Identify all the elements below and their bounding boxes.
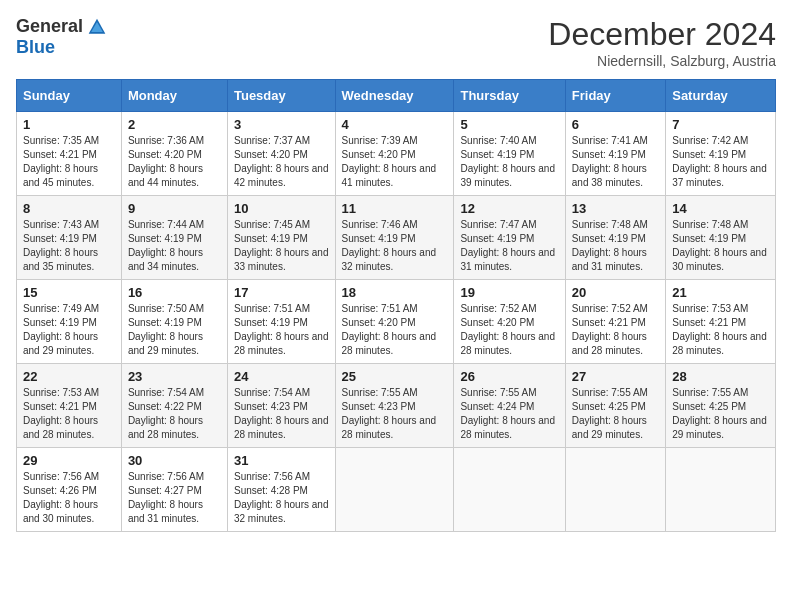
day-info: Sunrise: 7:55 AMSunset: 4:23 PMDaylight:… bbox=[342, 387, 437, 440]
location-subtitle: Niedernsill, Salzburg, Austria bbox=[548, 53, 776, 69]
logo-icon bbox=[87, 17, 107, 37]
day-info: Sunrise: 7:44 AMSunset: 4:19 PMDaylight:… bbox=[128, 219, 204, 272]
day-info: Sunrise: 7:48 AMSunset: 4:19 PMDaylight:… bbox=[672, 219, 767, 272]
calendar-cell: 24 Sunrise: 7:54 AMSunset: 4:23 PMDaylig… bbox=[227, 364, 335, 448]
day-number: 12 bbox=[460, 201, 558, 216]
day-info: Sunrise: 7:52 AMSunset: 4:20 PMDaylight:… bbox=[460, 303, 555, 356]
column-header-sunday: Sunday bbox=[17, 80, 122, 112]
page-header: General Blue December 2024 Niedernsill, … bbox=[16, 16, 776, 69]
column-header-thursday: Thursday bbox=[454, 80, 565, 112]
day-number: 13 bbox=[572, 201, 659, 216]
calendar-cell: 17 Sunrise: 7:51 AMSunset: 4:19 PMDaylig… bbox=[227, 280, 335, 364]
column-header-wednesday: Wednesday bbox=[335, 80, 454, 112]
day-info: Sunrise: 7:41 AMSunset: 4:19 PMDaylight:… bbox=[572, 135, 648, 188]
day-number: 31 bbox=[234, 453, 329, 468]
calendar-cell: 29 Sunrise: 7:56 AMSunset: 4:26 PMDaylig… bbox=[17, 448, 122, 532]
day-number: 14 bbox=[672, 201, 769, 216]
day-number: 16 bbox=[128, 285, 221, 300]
day-number: 3 bbox=[234, 117, 329, 132]
day-number: 8 bbox=[23, 201, 115, 216]
day-number: 10 bbox=[234, 201, 329, 216]
calendar-cell: 10 Sunrise: 7:45 AMSunset: 4:19 PMDaylig… bbox=[227, 196, 335, 280]
day-info: Sunrise: 7:46 AMSunset: 4:19 PMDaylight:… bbox=[342, 219, 437, 272]
day-info: Sunrise: 7:56 AMSunset: 4:27 PMDaylight:… bbox=[128, 471, 204, 524]
day-info: Sunrise: 7:42 AMSunset: 4:19 PMDaylight:… bbox=[672, 135, 767, 188]
day-info: Sunrise: 7:54 AMSunset: 4:23 PMDaylight:… bbox=[234, 387, 329, 440]
day-number: 18 bbox=[342, 285, 448, 300]
day-number: 11 bbox=[342, 201, 448, 216]
calendar-cell: 7 Sunrise: 7:42 AMSunset: 4:19 PMDayligh… bbox=[666, 112, 776, 196]
day-number: 20 bbox=[572, 285, 659, 300]
calendar-week-2: 8 Sunrise: 7:43 AMSunset: 4:19 PMDayligh… bbox=[17, 196, 776, 280]
day-number: 29 bbox=[23, 453, 115, 468]
day-info: Sunrise: 7:47 AMSunset: 4:19 PMDaylight:… bbox=[460, 219, 555, 272]
day-number: 15 bbox=[23, 285, 115, 300]
column-header-saturday: Saturday bbox=[666, 80, 776, 112]
day-info: Sunrise: 7:43 AMSunset: 4:19 PMDaylight:… bbox=[23, 219, 99, 272]
day-info: Sunrise: 7:54 AMSunset: 4:22 PMDaylight:… bbox=[128, 387, 204, 440]
day-info: Sunrise: 7:39 AMSunset: 4:20 PMDaylight:… bbox=[342, 135, 437, 188]
calendar-cell: 12 Sunrise: 7:47 AMSunset: 4:19 PMDaylig… bbox=[454, 196, 565, 280]
calendar-cell: 20 Sunrise: 7:52 AMSunset: 4:21 PMDaylig… bbox=[565, 280, 665, 364]
calendar-week-3: 15 Sunrise: 7:49 AMSunset: 4:19 PMDaylig… bbox=[17, 280, 776, 364]
day-info: Sunrise: 7:53 AMSunset: 4:21 PMDaylight:… bbox=[23, 387, 99, 440]
calendar-cell: 15 Sunrise: 7:49 AMSunset: 4:19 PMDaylig… bbox=[17, 280, 122, 364]
calendar-cell: 1 Sunrise: 7:35 AMSunset: 4:21 PMDayligh… bbox=[17, 112, 122, 196]
calendar-cell: 13 Sunrise: 7:48 AMSunset: 4:19 PMDaylig… bbox=[565, 196, 665, 280]
day-number: 5 bbox=[460, 117, 558, 132]
logo-general-text: General bbox=[16, 16, 83, 37]
calendar-cell: 18 Sunrise: 7:51 AMSunset: 4:20 PMDaylig… bbox=[335, 280, 454, 364]
day-number: 7 bbox=[672, 117, 769, 132]
calendar-week-4: 22 Sunrise: 7:53 AMSunset: 4:21 PMDaylig… bbox=[17, 364, 776, 448]
day-number: 22 bbox=[23, 369, 115, 384]
calendar-week-1: 1 Sunrise: 7:35 AMSunset: 4:21 PMDayligh… bbox=[17, 112, 776, 196]
day-number: 6 bbox=[572, 117, 659, 132]
calendar-cell: 14 Sunrise: 7:48 AMSunset: 4:19 PMDaylig… bbox=[666, 196, 776, 280]
day-number: 23 bbox=[128, 369, 221, 384]
day-number: 1 bbox=[23, 117, 115, 132]
day-number: 9 bbox=[128, 201, 221, 216]
day-info: Sunrise: 7:51 AMSunset: 4:20 PMDaylight:… bbox=[342, 303, 437, 356]
calendar-week-5: 29 Sunrise: 7:56 AMSunset: 4:26 PMDaylig… bbox=[17, 448, 776, 532]
day-number: 27 bbox=[572, 369, 659, 384]
day-number: 21 bbox=[672, 285, 769, 300]
column-header-friday: Friday bbox=[565, 80, 665, 112]
day-info: Sunrise: 7:56 AMSunset: 4:26 PMDaylight:… bbox=[23, 471, 99, 524]
calendar-cell: 19 Sunrise: 7:52 AMSunset: 4:20 PMDaylig… bbox=[454, 280, 565, 364]
calendar-cell: 2 Sunrise: 7:36 AMSunset: 4:20 PMDayligh… bbox=[121, 112, 227, 196]
day-number: 17 bbox=[234, 285, 329, 300]
day-number: 19 bbox=[460, 285, 558, 300]
day-info: Sunrise: 7:48 AMSunset: 4:19 PMDaylight:… bbox=[572, 219, 648, 272]
logo-blue-text: Blue bbox=[16, 37, 55, 58]
day-info: Sunrise: 7:37 AMSunset: 4:20 PMDaylight:… bbox=[234, 135, 329, 188]
column-header-monday: Monday bbox=[121, 80, 227, 112]
calendar-header: SundayMondayTuesdayWednesdayThursdayFrid… bbox=[17, 80, 776, 112]
calendar-cell: 31 Sunrise: 7:56 AMSunset: 4:28 PMDaylig… bbox=[227, 448, 335, 532]
calendar-cell: 5 Sunrise: 7:40 AMSunset: 4:19 PMDayligh… bbox=[454, 112, 565, 196]
day-number: 24 bbox=[234, 369, 329, 384]
day-number: 30 bbox=[128, 453, 221, 468]
calendar-cell: 28 Sunrise: 7:55 AMSunset: 4:25 PMDaylig… bbox=[666, 364, 776, 448]
calendar-cell: 25 Sunrise: 7:55 AMSunset: 4:23 PMDaylig… bbox=[335, 364, 454, 448]
logo: General Blue bbox=[16, 16, 107, 58]
day-info: Sunrise: 7:55 AMSunset: 4:25 PMDaylight:… bbox=[572, 387, 648, 440]
month-title: December 2024 bbox=[548, 16, 776, 53]
day-info: Sunrise: 7:40 AMSunset: 4:19 PMDaylight:… bbox=[460, 135, 555, 188]
calendar-cell: 4 Sunrise: 7:39 AMSunset: 4:20 PMDayligh… bbox=[335, 112, 454, 196]
calendar-cell: 26 Sunrise: 7:55 AMSunset: 4:24 PMDaylig… bbox=[454, 364, 565, 448]
day-info: Sunrise: 7:35 AMSunset: 4:21 PMDaylight:… bbox=[23, 135, 99, 188]
calendar-cell: 22 Sunrise: 7:53 AMSunset: 4:21 PMDaylig… bbox=[17, 364, 122, 448]
day-info: Sunrise: 7:49 AMSunset: 4:19 PMDaylight:… bbox=[23, 303, 99, 356]
calendar-cell: 30 Sunrise: 7:56 AMSunset: 4:27 PMDaylig… bbox=[121, 448, 227, 532]
calendar-cell: 8 Sunrise: 7:43 AMSunset: 4:19 PMDayligh… bbox=[17, 196, 122, 280]
day-info: Sunrise: 7:36 AMSunset: 4:20 PMDaylight:… bbox=[128, 135, 204, 188]
calendar-cell: 11 Sunrise: 7:46 AMSunset: 4:19 PMDaylig… bbox=[335, 196, 454, 280]
calendar-cell: 16 Sunrise: 7:50 AMSunset: 4:19 PMDaylig… bbox=[121, 280, 227, 364]
day-info: Sunrise: 7:56 AMSunset: 4:28 PMDaylight:… bbox=[234, 471, 329, 524]
calendar-cell: 6 Sunrise: 7:41 AMSunset: 4:19 PMDayligh… bbox=[565, 112, 665, 196]
day-number: 2 bbox=[128, 117, 221, 132]
day-info: Sunrise: 7:50 AMSunset: 4:19 PMDaylight:… bbox=[128, 303, 204, 356]
calendar-cell bbox=[335, 448, 454, 532]
day-number: 4 bbox=[342, 117, 448, 132]
day-number: 25 bbox=[342, 369, 448, 384]
